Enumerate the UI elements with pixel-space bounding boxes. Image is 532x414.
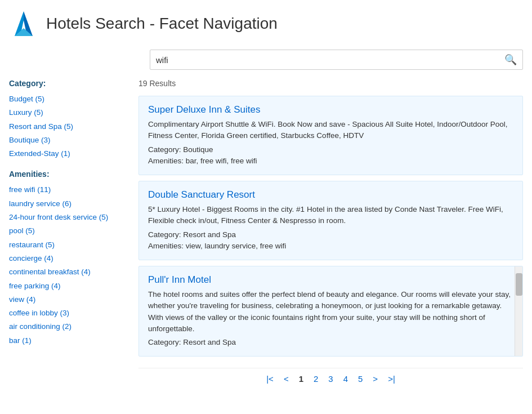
page-wrapper: Hotels Search - Facet Navigation 🔍 Categ… <box>0 0 532 393</box>
scrollbar[interactable] <box>515 266 522 356</box>
amenity-facet-item[interactable]: free parking (4) <box>9 279 129 293</box>
category-facet-item[interactable]: Resort and Spa (5) <box>9 120 129 133</box>
result-description: Complimentary Airport Shuttle & WiFi. Bo… <box>148 119 513 142</box>
pagination-next[interactable]: > <box>373 374 378 384</box>
result-card: Super Deluxe Inn & SuitesComplimentary A… <box>138 96 523 175</box>
category-facet-item[interactable]: Boutique (3) <box>9 133 129 147</box>
result-description: 5* Luxury Hotel - Biggest Rooms in the c… <box>148 204 513 227</box>
amenity-facets: free wifi (11)laundry service (6)24-hour… <box>9 183 129 348</box>
amenity-facet-item[interactable]: view (4) <box>9 293 129 306</box>
category-facets: Budget (5)Luxury (5)Resort and Spa (5)Bo… <box>9 92 129 161</box>
pagination-first[interactable]: |< <box>266 374 274 384</box>
amenity-facet-item[interactable]: free wifi (11) <box>9 183 129 197</box>
amenity-facet-item[interactable]: bar (1) <box>9 334 129 348</box>
search-bar-row: 🔍 <box>150 50 523 70</box>
amenity-facet-item[interactable]: 24-hour front desk service (5) <box>9 211 129 224</box>
category-section-title: Category: <box>9 79 129 88</box>
amenity-facet-item[interactable]: laundry service (6) <box>9 197 129 211</box>
result-category: Category: Resort and Spa <box>148 337 511 348</box>
main-layout: Category: Budget (5)Luxury (5)Resort and… <box>9 79 523 384</box>
amenity-facet-item[interactable]: restaurant (5) <box>9 238 129 252</box>
amenity-facet-item[interactable]: continental breakfast (4) <box>9 265 129 279</box>
amenity-facet-item[interactable]: coffee in lobby (3) <box>9 306 129 320</box>
result-title[interactable]: Super Deluxe Inn & Suites <box>148 104 513 115</box>
result-category: Category: Boutique <box>148 144 513 155</box>
category-facet-item[interactable]: Luxury (5) <box>9 106 129 119</box>
result-description: The hotel rooms and suites offer the per… <box>148 289 511 335</box>
category-facet-item[interactable]: Budget (5) <box>9 92 129 106</box>
results-count: 19 Results <box>138 79 523 88</box>
sidebar: Category: Budget (5)Luxury (5)Resort and… <box>9 79 138 384</box>
pagination: |<<12345>>| <box>138 368 523 384</box>
pagination-page: 1 <box>299 374 303 384</box>
pagination-prev[interactable]: < <box>284 374 289 384</box>
result-category: Category: Resort and Spa <box>148 229 513 241</box>
result-title[interactable]: Pull'r Inn Motel <box>148 274 511 286</box>
search-icon[interactable]: 🔍 <box>504 54 517 66</box>
pagination-page[interactable]: 3 <box>328 374 333 384</box>
amenity-facet-item[interactable]: air conditioning (2) <box>9 320 129 333</box>
pagination-page[interactable]: 2 <box>314 374 318 384</box>
category-facet-item[interactable]: Extended-Stay (1) <box>9 147 129 161</box>
page-title: Hotels Search - Facet Navigation <box>46 15 278 33</box>
result-amenities: Amenities: bar, free wifi, free wifi <box>148 155 513 167</box>
result-amenities: Amenities: view, laundry service, free w… <box>148 241 513 252</box>
azure-logo-icon <box>9 9 38 38</box>
search-bar: 🔍 <box>150 50 523 70</box>
amenities-section-title: Amenities: <box>9 170 129 179</box>
result-card: Double Sanctuary Resort5* Luxury Hotel -… <box>138 181 523 260</box>
pagination-last[interactable]: >| <box>388 374 395 384</box>
amenity-facet-item[interactable]: pool (5) <box>9 224 129 238</box>
results-list: Super Deluxe Inn & SuitesComplimentary A… <box>138 96 523 357</box>
search-input[interactable] <box>156 55 504 65</box>
pagination-page[interactable]: 5 <box>358 374 363 384</box>
scrollbar-thumb[interactable] <box>516 273 522 296</box>
header: Hotels Search - Facet Navigation <box>9 9 523 38</box>
pagination-page[interactable]: 4 <box>343 374 348 384</box>
result-title[interactable]: Double Sanctuary Resort <box>148 189 513 201</box>
results-area: 19 Results Super Deluxe Inn & SuitesComp… <box>138 79 523 384</box>
result-card: Pull'r Inn MotelThe hotel rooms and suit… <box>138 266 523 357</box>
amenity-facet-item[interactable]: concierge (4) <box>9 252 129 265</box>
